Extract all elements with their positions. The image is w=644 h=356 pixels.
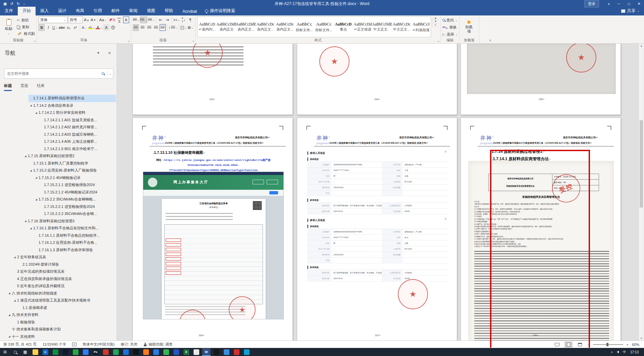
shading-button[interactable]: ⌄ xyxy=(180,24,187,31)
taskbar-app-button[interactable]: W xyxy=(202,348,211,356)
zoom-level[interactable]: 60% xyxy=(632,343,639,347)
web-layout-button[interactable] xyxy=(576,342,584,348)
nav-heading-item[interactable]: 1.7.14.2.1.2 A02 扬州龙川钢管... xyxy=(39,124,116,131)
shrink-font-button[interactable]: A▼ xyxy=(90,16,96,23)
enclose-characters-button[interactable]: 字 xyxy=(110,24,116,31)
align-right-button[interactable] xyxy=(146,24,152,31)
accessibility-status[interactable]: 辅助功能: 调查 xyxy=(144,342,173,347)
ribbon-tab[interactable]: 插入 xyxy=(36,7,53,15)
nav-tab-headings[interactable]: 标题 xyxy=(4,83,12,91)
document-canvas[interactable]: 333↵ 334↵ 335↵ 井神® jingshen 淮安市井神钻采机具有限公… xyxy=(117,44,644,341)
text-effects-button[interactable]: A⌄ xyxy=(82,24,88,31)
nav-heading-item[interactable]: ◢ 1.7.14.2 合格供应商名录 xyxy=(29,102,116,109)
nav-heading-item[interactable]: 1.7.14.2.1.4 A06 上海泛达橡胶... xyxy=(39,138,116,145)
hyperlink-text[interactable]: 网址：https://rs.jshrss.jiangsu.gov.cn/web/… xyxy=(153,158,274,173)
nav-heading-item[interactable]: ◢ 十一 其他资料 xyxy=(7,333,116,341)
language-indicator[interactable]: 简体中文(中国大陆) xyxy=(83,342,114,347)
taskbar-search-button[interactable] xyxy=(10,348,20,356)
font-color-button[interactable]: A⌄ xyxy=(96,24,103,31)
expand-collapse-icon[interactable]: ◢ xyxy=(7,335,12,338)
style-item[interactable]: AaBbCcDdE 表内正文 xyxy=(217,17,236,37)
replace-button[interactable]: abac替换 xyxy=(442,24,458,30)
character-shading-button[interactable]: A xyxy=(103,24,109,31)
dialog-launcher-icon[interactable]: ↘ xyxy=(437,40,439,43)
expand-collapse-icon[interactable]: ◢ xyxy=(7,292,12,295)
show-marks-button[interactable]: ¶ xyxy=(187,16,193,23)
ime-indicator[interactable]: 中 xyxy=(623,350,626,354)
nav-heading-item[interactable]: ◢ 九 技术支持资料 xyxy=(7,311,116,319)
cut-button[interactable]: ✂剪切 xyxy=(17,17,35,23)
nav-heading-item[interactable]: 4 正在供货和新承接的项目情况表 xyxy=(12,275,116,283)
ribbon-tab[interactable]: 引用 xyxy=(89,7,107,15)
ribbon-tab[interactable]: 视图 xyxy=(142,7,160,15)
nav-heading-item[interactable]: ◢ 1.7.15.2.1 45#钢检验记录 xyxy=(34,174,116,182)
asian-layout-button[interactable]: XA⌄ xyxy=(173,16,180,23)
gallery-more-icon[interactable]: ≡ xyxy=(432,23,439,27)
nav-heading-item[interactable]: 1.7.16.1.3 原材料不合格评审报告 xyxy=(34,247,116,254)
dialog-launcher-icon[interactable]: ↘ xyxy=(33,40,36,43)
redo-icon[interactable]: ↻ xyxy=(17,2,20,6)
minimize-button[interactable]: ─ xyxy=(614,0,624,7)
gallery-down-icon[interactable]: ▼ xyxy=(432,20,439,23)
save-icon[interactable]: ▣ xyxy=(3,2,7,6)
taskbar-app-button[interactable] xyxy=(61,348,70,356)
justify-button[interactable] xyxy=(153,24,159,31)
vertical-scrollbar[interactable]: ▲ ▼ xyxy=(639,44,644,341)
format-painter-button[interactable]: 格式刷 xyxy=(17,31,35,37)
print-layout-button[interactable] xyxy=(565,342,573,348)
taskbar-app-button[interactable]: X xyxy=(182,348,191,356)
bullets-button[interactable]: ⌄ xyxy=(133,16,140,23)
font-size-combo[interactable]: 四号⌄ xyxy=(68,16,83,23)
nav-heading-item[interactable]: 1.7.14.2.1.1 A01 盐城天龙锻造... xyxy=(39,117,116,124)
hidden-icons-chevron-icon[interactable]: ∧ xyxy=(611,351,613,354)
clear-formatting-button[interactable]: ◤A xyxy=(110,16,116,23)
taskbar-app-button[interactable] xyxy=(232,348,241,356)
taskbar-app-button[interactable] xyxy=(81,348,90,356)
track-changes-indicator[interactable]: 修订: 关闭 xyxy=(121,342,138,347)
nav-heading-item[interactable]: ◢ 1.7.16.1 原材料不合格品有控制文件和... xyxy=(29,225,116,232)
borders-button[interactable]: ⊞⌄ xyxy=(187,24,194,31)
taskbar-app-button[interactable] xyxy=(172,348,180,356)
taskbar-clock[interactable]: 17:13 xyxy=(630,350,639,354)
customize-qat-icon[interactable]: ⌄ xyxy=(23,2,25,5)
highlight-color-button[interactable]: ab⌄ xyxy=(88,24,95,31)
zoom-slider-thumb[interactable] xyxy=(606,343,608,346)
nav-heading-item[interactable]: 2.1 2024年度审计报告 xyxy=(18,261,116,268)
proofing-icon[interactable]: ✗ xyxy=(72,343,76,346)
ribbon-tab[interactable]: 设计 xyxy=(53,7,71,15)
taskbar-app-button[interactable] xyxy=(192,348,201,356)
style-item[interactable]: AaBbCcDc 中文正文... xyxy=(392,17,411,37)
ribbon-tab[interactable]: 布局 xyxy=(71,7,89,15)
share-button[interactable]: 共享 ⌄ xyxy=(618,7,644,15)
nav-heading-item[interactable]: 1.7.16.1.1 原材料不合格品控制程序... xyxy=(34,232,116,239)
page-indicator[interactable]: 第 338 页, 共 421 页 xyxy=(3,342,37,347)
expand-collapse-icon[interactable]: ◢ xyxy=(29,227,33,230)
ribbon-tab[interactable]: 邮件 xyxy=(107,7,124,15)
gallery-up-icon[interactable]: ▲ xyxy=(432,16,439,20)
expand-collapse-icon[interactable]: ◢ xyxy=(34,198,39,201)
bold-button[interactable]: B xyxy=(39,24,45,31)
expand-collapse-icon[interactable]: ◢ xyxy=(29,104,33,107)
sign-in-button[interactable]: 登录 xyxy=(584,0,599,7)
ribbon-display-options-icon[interactable]: ⌅ xyxy=(604,0,614,7)
subscript-button[interactable]: x₂ xyxy=(66,24,72,31)
scroll-up-icon[interactable]: ▲ xyxy=(639,44,644,47)
phonetic-guide-button[interactable]: wén文 xyxy=(116,16,122,23)
nav-heading-item[interactable]: 3 近年完成的类似项目情况表 xyxy=(12,268,116,275)
nav-heading-item[interactable]: 1 检验报告 xyxy=(12,319,116,326)
word-count[interactable]: 11/32490 个字 xyxy=(43,342,66,347)
style-item[interactable]: AaBbCcD ↵表内列... xyxy=(198,17,217,37)
ribbon-tab[interactable]: 审阅 xyxy=(124,7,142,15)
multilevel-list-button[interactable]: ⌄ xyxy=(148,16,155,23)
nav-heading-item[interactable]: 1.1 质保期承诺 xyxy=(18,304,116,312)
maximize-button[interactable]: □ xyxy=(624,0,634,7)
start-button[interactable]: ⊞ xyxy=(0,348,10,356)
addins-button[interactable]: 加载项 xyxy=(461,16,477,37)
nav-heading-item[interactable]: 1.7.15.2.2.1 进货检验报告2024 xyxy=(39,203,116,211)
nav-heading-item[interactable]: ◢ 八 技术性能指标的详细描述 xyxy=(7,290,116,297)
nav-heading-item[interactable]: ◢ 1.7.14.2.1 部分评审实例资料 xyxy=(34,109,116,117)
find-button[interactable]: 查找⌄ xyxy=(442,17,458,23)
taskbar-app-button[interactable]: e xyxy=(41,348,50,356)
nav-heading-item[interactable]: ◢ 1.7.15.2 应用实例-原材料入厂检验报告 xyxy=(29,167,116,174)
nav-heading-item[interactable]: ◢ 1 液压式连续管投取工具及其配件技术规格书 xyxy=(12,297,116,304)
